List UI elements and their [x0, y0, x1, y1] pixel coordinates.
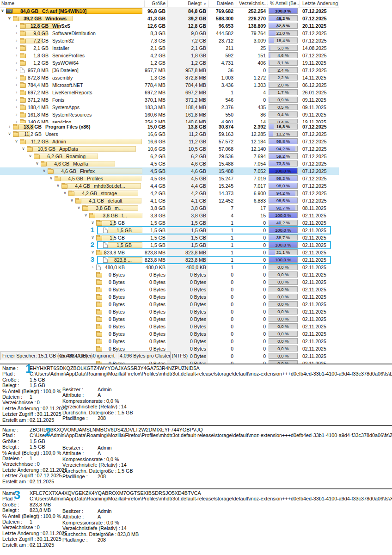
cell-groesse: 16,6 GB — [144, 138, 165, 145]
expand-chevron-icon[interactable]: › — [14, 89, 19, 95]
column-header-verzeichnis-[interactable]: Verzeichnis... — [239, 0, 268, 7]
tree-row[interactable]: ∨823,8 MB823,8 MB823,8 MB1021,1 %02.11.2… — [0, 249, 339, 256]
expand-chevron-icon[interactable]: › — [14, 81, 19, 88]
column-header-name[interactable]: Name — [1, 0, 14, 7]
percent-bar: 0,0 % — [269, 338, 298, 344]
collapse-chevron-icon[interactable]: ∨ — [42, 167, 47, 174]
cell-groesse: 41,3 GB — [144, 15, 165, 22]
tree-row-winsxs[interactable]: ›12,8 GBWinSxS12,6 GB12,8 GB96.653138.80… — [0, 22, 339, 30]
tree-row-fonts[interactable]: ›371,2 MBFonts370,1 MB371,2 MB54600,9 %0… — [0, 96, 339, 104]
tree-row-default[interactable]: ∨4,1 GBdefault4,1 GB4,1 GB12.4526.88398,… — [0, 197, 339, 204]
field-value: 1 — [30, 519, 32, 524]
tree-row-storage[interactable]: ∨4,2 GBstorage4,2 GB4,2 GB14.3736.90094,… — [0, 190, 339, 197]
field-value: 0 — [37, 461, 40, 467]
tree-row-mozilla[interactable]: ∨4,6 GBMozilla4,5 GB4,6 GB15.4887.05473,… — [0, 160, 339, 167]
collapse-chevron-icon[interactable]: ∨ — [90, 219, 95, 226]
expand-chevron-icon[interactable]: › — [14, 52, 19, 58]
collapse-chevron-icon[interactable]: ∨ — [90, 234, 95, 241]
collapse-chevron-icon[interactable]: ∨ — [76, 204, 81, 211]
expand-chevron-icon[interactable]: › — [14, 74, 19, 80]
collapse-chevron-icon[interactable]: ∨ — [69, 197, 74, 204]
tree-row-c-auf-ms4win10[interactable]: ∨84,8 GBC:\ auf [MS4WIN10]96,8 GB84,8 GB… — [0, 7, 339, 15]
field-label: Belegt : — [2, 382, 29, 388]
tree-row-servicing[interactable]: ›140,6 MBservicing254,2 MB140,6 MB4.9011… — [0, 118, 339, 123]
collapse-chevron-icon[interactable]: ∨ — [7, 130, 12, 137]
panel-field-name: Name :ZBGRLW3KXQVOMUAMSLNMBGV6DS42DVLT2W… — [2, 427, 392, 432]
collapse-chevron-icon[interactable]: ∨ — [55, 182, 61, 189]
percent-label: 0,0 % — [269, 265, 297, 270]
tree-row[interactable]: 0 Bytes0 Bytes0 Bytes000,0 %02.11.2025 — [0, 308, 339, 315]
tree-row-firefox[interactable]: ∨4,6 GBFirefox4,5 GB4,6 GB15.4887.052100… — [0, 167, 339, 175]
tree-row[interactable]: 0 Bytes0 Bytes0 Bytes000,0 %02.11.2025 — [0, 286, 339, 293]
tree-row[interactable]: 0 Bytes0 Bytes0 Bytes000,0 %02.11.2025 — [0, 278, 339, 286]
tree-row-mhdtr3ot-def[interactable]: ∨4,4 GBmhdtr3ot.def...4,4 GB4,4 GB15.245… — [0, 182, 339, 190]
tree-row[interactable]: 0 Bytes0 Bytes0 Bytes000,0 %02.11.2025 — [0, 330, 339, 338]
expand-chevron-icon[interactable]: › — [90, 264, 95, 270]
percent-bar: 0,4 % — [269, 111, 298, 117]
tree-row[interactable]: 0 Bytes0 Bytes0 Bytes000,0 %02.11.2025 — [0, 271, 339, 278]
tree-row-syswow64[interactable]: ›1,2 GBSysWOW641,2 GB1,2 GB4.7314063,1 %… — [0, 59, 339, 67]
tree-row[interactable]: ∨1,5 GB1,5 GB1,5 GB1040,2 %02.11.2025 — [0, 219, 339, 227]
tree-row-systemapps[interactable]: ›188,4 MBSystemApps183,3 MB188,4 MB2.376… — [0, 104, 339, 111]
tree-row-users[interactable]: ∨11,2 GBUsers16,6 GB11,2 GB59.16312.2851… — [0, 130, 339, 138]
tree-row-livekernelreports[interactable]: ›697,2 MBLiveKernelReports697,2 MB697,2 … — [0, 89, 339, 96]
tree-row-systemresources[interactable]: ›161,8 MBSystemResources160,6 MB161,8 MB… — [0, 111, 339, 118]
expand-chevron-icon[interactable]: › — [14, 96, 19, 103]
cell-letzte-aenderung: 07.12.2025 — [302, 190, 327, 197]
tree-row[interactable]: 0 Bytes0 Bytes0 Bytes000,0 %02.11.2025 — [0, 323, 339, 330]
expand-chevron-icon[interactable]: › — [14, 111, 19, 117]
tree-row[interactable]: 0 Bytes0 Bytes0 Bytes000,0 %02.11.2025 — [0, 338, 339, 345]
collapse-chevron-icon[interactable]: ∨ — [62, 190, 67, 197]
collapse-chevron-icon[interactable]: ∨ — [49, 175, 54, 182]
collapse-chevron-icon[interactable]: ∨ — [21, 145, 26, 152]
expand-chevron-icon[interactable]: › — [14, 37, 19, 43]
tree-row-admin[interactable]: ∨11,2 GBAdmin16,6 GB11,2 GB57.57212.1849… — [0, 138, 339, 145]
tree-row-36-dateien[interactable]: ›957,8 MB[36 Dateien]957,7 MB957,8 MB360… — [0, 67, 339, 74]
expand-chevron-icon[interactable]: › — [7, 123, 12, 130]
field-value: A — [98, 514, 101, 519]
field-value: 30.11.2025 — [37, 411, 61, 417]
collapse-chevron-icon[interactable]: ∨ — [90, 249, 95, 256]
tree-row-softwaredistribution[interactable]: ›9,0 GBSoftwareDistribution8,3 GB9,0 GB4… — [0, 30, 339, 37]
tree-row[interactable]: 0 Bytes0 Bytes0 Bytes000,0 %02.11.2025 — [0, 315, 339, 323]
tree-row-microsoft-net[interactable]: ›784,4 MBMicrosoft.NET778,4 MB784,4 MB3.… — [0, 81, 339, 89]
expand-chevron-icon[interactable]: › — [14, 104, 19, 110]
tree-row-f[interactable]: ∨3,8 GBf...3,8 GB3,8 GB415100,0 %02.11.2… — [0, 212, 339, 219]
tree-row[interactable]: 0 Bytes0 Bytes0 Bytes000,0 %02.11.2025 — [0, 293, 339, 301]
column-header--anteil-be-[interactable]: % Anteil (Be... — [270, 0, 300, 7]
column-header-belegt[interactable]: Belegt∨ — [167, 0, 206, 7]
expand-chevron-icon[interactable]: › — [14, 22, 19, 29]
tree-row-program-files-x86[interactable]: ›13,8 GBProgram Files (x86)15,0 GB13,8 G… — [0, 123, 339, 130]
collapse-chevron-icon[interactable]: ∨ — [7, 15, 12, 22]
collapse-chevron-icon[interactable]: ∨ — [14, 138, 19, 145]
tree-row-serviceprofiles[interactable]: ›1,8 GBServiceProfiles4,2 GB1,8 GB592151… — [0, 52, 339, 59]
column-header-dateien[interactable]: Dateien — [208, 0, 233, 7]
tree-row[interactable]: 0 Bytes0 Bytes0 Bytes000,0 %02.11.2025 — [0, 360, 339, 364]
tree-row-system32[interactable]: ›7,2 GBSystem327,3 GB7,2 GB23.7123.00918… — [0, 37, 339, 44]
tree-row[interactable]: ∨1,5 GB1,5 GB1,5 GB1038,7 %02.11.2025 — [0, 234, 339, 241]
percent-label: 100,0 % — [269, 8, 297, 13]
tree-row-appdata[interactable]: ∨10,5 GBAppData10,6 GB10,5 GB57.06812.14… — [0, 145, 339, 153]
tree-row-installer[interactable]: ›2,1 GBInstaller2,1 GB2,1 GB211255,3 %14… — [0, 44, 339, 52]
expand-chevron-icon[interactable]: › — [14, 44, 19, 51]
panel-field-name: Name :EHYHXRT6SDKQZBOLKGTZ4WYYOAJXASSR3Y… — [2, 365, 392, 371]
item-size-label: 11,2 GB — [18, 130, 42, 138]
tree-row-m[interactable]: ∨3,8 GBm...3,8 GB3,8 GB71792,7 %08.11.20… — [0, 204, 339, 212]
expand-chevron-icon[interactable]: › — [14, 118, 19, 123]
tree-row[interactable]: ›480,0 KB480,0 KB480,0 KB100,0 %02.11.20… — [0, 264, 339, 271]
collapse-chevron-icon[interactable]: ∨ — [35, 160, 40, 167]
tree-row-windows[interactable]: ∨39,2 GBWindows41,3 GB39,2 GB588.300226.… — [0, 15, 339, 22]
collapse-chevron-icon[interactable]: ∨ — [28, 153, 33, 160]
tree-row-assembly[interactable]: ›872,8 MBassembly1,3 GB872,8 MB1.0031.27… — [0, 74, 339, 81]
column-header-letzte-nderung[interactable]: Letzte Änderung — [302, 0, 338, 7]
tree-row-profiles[interactable]: ∨4,5 GBProfiles4,5 GB4,5 GB15.2477.01999… — [0, 175, 339, 182]
expand-chevron-icon[interactable]: › — [14, 67, 19, 73]
tree-row-roaming[interactable]: ∨6,2 GBRoaming6,2 GB6,2 GB29.5367.69459,… — [0, 153, 339, 160]
expand-chevron-icon[interactable]: › — [14, 59, 19, 66]
collapse-chevron-icon[interactable]: ∨ — [0, 7, 5, 14]
expand-chevron-icon[interactable]: › — [14, 30, 19, 36]
collapse-chevron-icon[interactable]: ∨ — [83, 212, 88, 219]
tree-row[interactable]: 0 Bytes0 Bytes0 Bytes000,0 %02.11.2025 — [0, 301, 339, 308]
cell-groesse: 0 Bytes — [144, 278, 165, 286]
column-header-gr-e[interactable]: Größe — [144, 0, 165, 7]
